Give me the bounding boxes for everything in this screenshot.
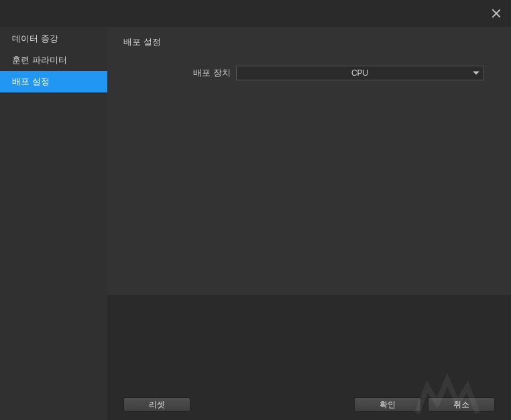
section-title: 배포 설정 xyxy=(123,36,499,48)
chevron-down-icon xyxy=(473,72,479,75)
sidebar-item-data-augmentation[interactable]: 데이터 증강 xyxy=(0,28,107,50)
ok-button[interactable]: 확인 xyxy=(354,397,421,412)
sidebar: 데이터 증강 훈련 파라미터 배포 설정 xyxy=(0,27,107,420)
button-bar: 리셋 확인 취소 xyxy=(107,397,511,412)
sidebar-item-deploy-settings[interactable]: 배포 설정 xyxy=(0,71,107,92)
device-select-value: CPU xyxy=(351,68,368,78)
device-label: 배포 장치 xyxy=(193,67,231,79)
content-upper: 배포 설정 배포 장치 CPU xyxy=(107,27,511,295)
sidebar-item-label: 데이터 증강 xyxy=(12,33,58,44)
cancel-button[interactable]: 취소 xyxy=(428,397,495,412)
sidebar-item-label: 훈련 파라미터 xyxy=(12,55,67,65)
content: 배포 설정 배포 장치 CPU 리셋 확인 취소 xyxy=(107,27,511,420)
titlebar xyxy=(0,0,511,27)
sidebar-item-label: 배포 설정 xyxy=(12,76,50,86)
sidebar-item-training-parameters[interactable]: 훈련 파라미터 xyxy=(0,50,107,71)
device-select-wrap: CPU xyxy=(236,66,484,80)
device-select[interactable]: CPU xyxy=(236,66,484,80)
content-lower: 리셋 확인 취소 xyxy=(107,295,511,420)
device-field-row: 배포 장치 CPU xyxy=(193,66,499,80)
main-area: 데이터 증강 훈련 파라미터 배포 설정 배포 설정 배포 장치 CPU xyxy=(0,27,511,420)
reset-button[interactable]: 리셋 xyxy=(123,397,190,412)
close-icon[interactable] xyxy=(491,8,502,19)
